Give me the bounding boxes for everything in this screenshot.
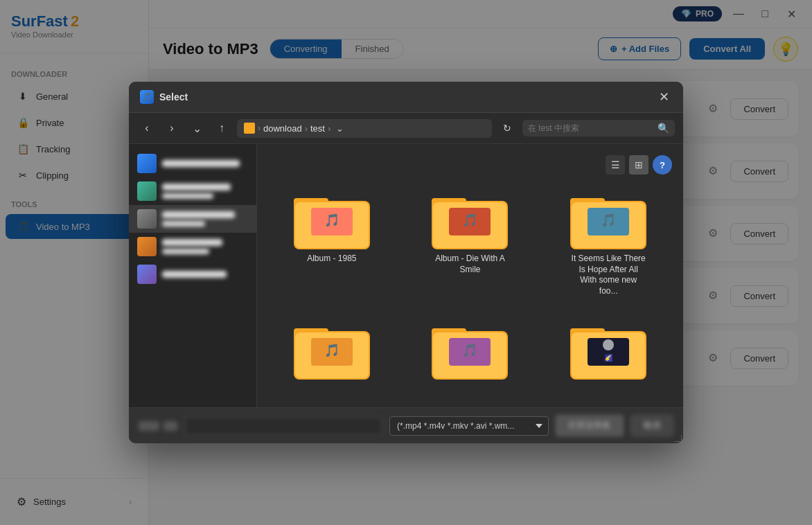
folder-item-3[interactable]: 🎵 It Seems Like There Is Hope After All … (545, 183, 672, 302)
dialog-overlay: 🎵 Select ✕ ‹ › ⌄ ↑ › download › test › ⌄… (0, 0, 812, 525)
dialog-body: ☰ ⊞ ? 🎵 (129, 144, 683, 407)
sidebar-item-label (162, 239, 222, 246)
down-button[interactable]: ⌄ (187, 118, 206, 138)
back-button[interactable]: ‹ (137, 118, 157, 138)
sidebar-item-label (162, 160, 240, 167)
breadcrumb-separator1: › (258, 123, 261, 133)
folder-label-2: Album - Die With A Smile (432, 253, 508, 275)
folder-icon-2: 🎵 (432, 188, 508, 249)
list-item[interactable] (129, 177, 256, 205)
svg-text:🌠: 🌠 (604, 353, 613, 362)
sidebar-thumb (137, 237, 157, 256)
list-view-button[interactable]: ☰ (606, 155, 625, 175)
dialog-main-panel: ☰ ⊞ ? 🎵 (257, 144, 683, 407)
svg-text:🎵: 🎵 (462, 213, 478, 228)
sidebar-item-label (162, 184, 231, 190)
list-item[interactable] (129, 150, 256, 177)
folder-icon-1: 🎵 (294, 188, 370, 249)
resize-handle[interactable] (672, 432, 683, 443)
refresh-button[interactable]: ↻ (497, 118, 517, 138)
dialog-title: Select (159, 91, 188, 103)
help-button[interactable]: ? (653, 155, 672, 175)
folder-icon-6: 🌠 (570, 319, 646, 380)
cancel-button[interactable]: 取消 (630, 415, 673, 436)
breadcrumb-arrow1: › (305, 123, 308, 134)
grid-view-button[interactable]: ⊞ (629, 155, 648, 175)
view-controls: ☰ ⊞ ? (268, 155, 672, 175)
folder-icon (244, 123, 255, 134)
sidebar-item-label (162, 271, 227, 278)
folder-item-6[interactable]: 🌠 (545, 313, 672, 389)
sidebar-thumb (137, 265, 157, 284)
folder-label-3: It Seems Like There Is Hope After All Wi… (570, 253, 646, 296)
folder-item-2[interactable]: 🎵 Album - Die With A Smile (407, 183, 534, 302)
breadcrumb-arrow2: › (328, 123, 330, 134)
folder-item-1[interactable]: 🎵 Album - 1985 (268, 183, 396, 302)
sidebar-thumb (137, 181, 157, 201)
dialog-app-icon: 🎵 (140, 90, 154, 104)
dialog-titlebar: 🎵 Select ✕ (129, 82, 683, 113)
sidebar-item-label (162, 211, 235, 218)
folder-icon-3: 🎵 (570, 188, 646, 249)
svg-text:🎵: 🎵 (462, 343, 478, 358)
folder-item-5[interactable]: 🎵 (407, 313, 534, 389)
folder-item-4[interactable]: 🎵 (268, 313, 396, 389)
dialog-sidebar (129, 144, 257, 407)
list-item[interactable] (129, 260, 256, 288)
open-folder-button[interactable]: 打开文件夹 (556, 415, 624, 436)
list-item[interactable] (129, 233, 256, 260)
folder-label-1: Album - 1985 (307, 253, 356, 265)
list-item[interactable] (129, 205, 256, 233)
breadcrumb-chevron[interactable]: ⌄ (333, 122, 346, 135)
folder-icon-5: 🎵 (432, 319, 508, 380)
search-icon: 🔍 (657, 123, 669, 134)
folder-icon-4: 🎵 (294, 319, 370, 380)
search-bar: 🔍 (522, 120, 675, 136)
dialog-toolbar: ‹ › ⌄ ↑ › download › test › ⌄ ↻ 🔍 (129, 113, 683, 144)
sidebar-thumb (137, 154, 157, 173)
folder-grid: 🎵 Album - 1985 (268, 183, 672, 389)
search-input[interactable] (528, 123, 653, 133)
filename-icon (164, 421, 177, 431)
sidebar-item-sublabel (162, 193, 213, 199)
breadcrumb-download[interactable]: download (263, 123, 302, 134)
svg-text:🎵: 🎵 (324, 213, 340, 228)
up-button[interactable]: ↑ (212, 118, 231, 138)
svg-text:🎵: 🎵 (324, 343, 340, 358)
svg-point-29 (603, 339, 614, 350)
filename-label (139, 421, 159, 431)
forward-button[interactable]: › (162, 118, 182, 138)
breadcrumb-test[interactable]: test (310, 123, 325, 134)
filetype-select[interactable]: (*.mp4 *.m4v *.mkv *.avi *.wm... (389, 416, 549, 436)
sidebar-item-sublabel (162, 221, 205, 226)
file-select-dialog: 🎵 Select ✕ ‹ › ⌄ ↑ › download › test › ⌄… (129, 82, 683, 443)
svg-text:🎵: 🎵 (601, 213, 617, 228)
sidebar-thumb (137, 209, 157, 229)
filename-input[interactable] (184, 416, 382, 436)
sidebar-item-sublabel (162, 249, 209, 254)
dialog-footer: (*.mp4 *.m4v *.mkv *.avi *.wm... 打开文件夹 取… (129, 407, 683, 443)
dialog-close-button[interactable]: ✕ (655, 89, 672, 105)
breadcrumb[interactable]: › download › test › ⌄ (237, 119, 492, 138)
